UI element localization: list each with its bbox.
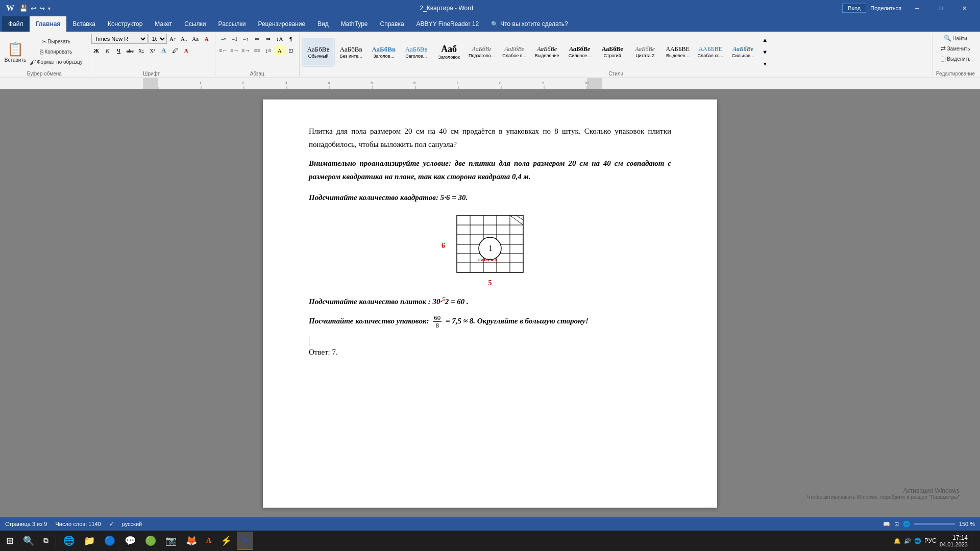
network-icon[interactable]: 🌐 [914,538,921,544]
find-button[interactable]: 🔍 Найти [942,34,969,43]
save-qat-btn[interactable]: 💾 [19,5,28,12]
tab-view[interactable]: Вид [311,16,335,32]
borders-button[interactable]: ⊡ [286,45,296,56]
replace-button[interactable]: ⇄ Заменить [939,44,972,53]
change-case-button[interactable]: Aa [190,34,201,44]
tab-search[interactable]: 🔍 Что вы хотите сделать? [485,16,574,32]
tab-mailings[interactable]: Рассылки [212,16,252,32]
font-size-select[interactable]: 10 [149,34,167,44]
decrease-indent-button[interactable]: ⇐ [252,34,262,44]
text-effects-button[interactable]: A [159,45,169,56]
restore-button[interactable]: □ [929,0,952,16]
style-heading2[interactable]: АаБбВв Заголов... [401,38,432,66]
zoom-level[interactable]: 150 % [959,521,975,527]
align-right-button[interactable]: ≡→ [241,45,251,56]
share-button[interactable]: Поделиться [870,5,901,11]
font-grow-button[interactable]: A↑ [168,34,178,44]
tab-layout[interactable]: Макет [149,16,178,32]
increase-indent-button[interactable]: ⇒ [263,34,274,44]
tab-file[interactable]: Файл [2,16,30,32]
numbering-button[interactable]: ≡1 [230,34,240,44]
undo-qat-btn[interactable]: ↩ [31,5,36,12]
bold-button[interactable]: Ж [91,45,102,56]
multilevel-button[interactable]: ≡↑ [241,34,251,44]
login-button[interactable]: Вход [842,4,866,13]
copy-button[interactable]: ⎘ Копировать [28,47,85,57]
style-subtle-emphasis[interactable]: АаБбВе Слабое в... [499,38,530,66]
underline-button[interactable]: Ч [114,45,124,56]
align-center-button[interactable]: ≡↔ [230,45,240,56]
show-formatting-button[interactable]: ¶ [286,34,296,44]
show-desktop-btn[interactable] [971,533,974,549]
clock[interactable]: 17:14 04.01.2023 [940,534,968,547]
language-indicator[interactable]: русский [122,521,142,527]
justify-button[interactable]: ≡≡ [252,45,262,56]
select-button[interactable]: ⬚ Выделить [938,54,972,63]
view-web-icon[interactable]: 🌐 [903,521,910,528]
close-button[interactable]: ✕ [952,0,976,16]
tab-design[interactable]: Конструктор [102,16,149,32]
minimize-button[interactable]: ─ [905,0,929,16]
view-read-icon[interactable]: 📖 [883,521,890,528]
app3-button[interactable]: 🔵 [100,532,119,550]
firefox-button[interactable]: 🦊 [182,532,201,550]
styles-more[interactable]: ▾ [760,59,770,69]
search-button[interactable]: 🔍 [19,532,38,550]
bullets-button[interactable]: ≡• [218,34,229,44]
style-intense-ref[interactable]: АаБбВе Слабая сс... [695,38,726,66]
shading-button[interactable]: A [275,45,285,56]
app4-button[interactable]: 💬 [120,532,140,550]
style-subtle-ref[interactable]: АаБбВе Выделен... [662,38,694,66]
sort-button[interactable]: ↕A [275,34,285,44]
spell-check-icon[interactable]: ✓ [109,521,114,528]
style-normal[interactable]: АаБбВв Обычный [303,38,334,66]
volume-icon[interactable]: 🔊 [904,538,911,544]
tab-help[interactable]: Справка [374,16,410,32]
font-name-select[interactable]: Times New R [91,34,148,44]
style-strong-emphasis[interactable]: АаБбВе Сильное... [564,38,596,66]
styles-scroll-up[interactable]: ▲ [760,35,770,45]
edge-button[interactable]: 🌐 [59,532,79,550]
line-spacing-button[interactable]: ↕≡ [263,45,274,56]
zoom-slider[interactable] [914,523,955,525]
style-strong[interactable]: АаБбВе Строгий [597,38,628,66]
font-color-button[interactable]: A [181,45,191,56]
strikethrough-button[interactable]: abc [125,45,135,56]
superscript-button[interactable]: X² [148,45,158,56]
start-button[interactable]: ⊞ [2,532,18,550]
font-shrink-button[interactable]: A↓ [179,34,189,44]
cut-button[interactable]: ✂ Вырезать [28,37,85,46]
tab-review[interactable]: Рецензирование [252,16,311,32]
app6-button[interactable]: 📷 [161,532,181,550]
app8-button[interactable]: A [202,532,215,550]
style-subtitle[interactable]: АаБбВг Подзаголо... [466,38,498,66]
align-left-button[interactable]: ≡← [218,45,229,56]
app5-button[interactable]: 🟢 [141,532,160,550]
style-book-title[interactable]: АаБбВе Сильная... [727,38,759,66]
style-quote[interactable]: АаБбВе Цитата 2 [629,38,661,66]
tab-references[interactable]: Ссылки [178,16,212,32]
notification-icon[interactable]: 🔔 [894,538,901,544]
tab-abbyy[interactable]: ABBYY FineReader 12 [410,16,485,32]
style-title[interactable]: Ааб Заголовок [433,38,465,66]
paste-button[interactable]: 📋 Вставить [4,38,27,66]
view-print-icon[interactable]: ⊡ [894,521,899,528]
taskview-button[interactable]: ⧉ [39,532,53,550]
italic-button[interactable]: К [103,45,113,56]
word-taskbar-button[interactable]: W [237,532,253,550]
tab-mathtype[interactable]: MathType [335,16,374,32]
explorer-button[interactable]: 📁 [80,532,99,550]
styles-scroll-down[interactable]: ▼ [760,47,770,57]
subscript-button[interactable]: X₂ [136,45,146,56]
highlight-color-button[interactable]: 🖊 [170,45,180,56]
style-emphasis[interactable]: АаБбВе Выделение [531,38,563,66]
app9-button[interactable]: ⚡ [216,532,236,550]
format-painter-button[interactable]: 🖌 Формат по образцу [28,58,85,67]
lang-indicator[interactable]: РУС [924,537,937,544]
tab-insert[interactable]: Вставка [66,16,102,32]
tab-home[interactable]: Главная [30,16,67,32]
style-no-spacing[interactable]: АаБбВв Без инте... [335,38,367,66]
clear-format-button[interactable]: A [202,34,212,44]
style-heading1[interactable]: АаБбВв Заголов... [368,38,400,66]
redo-qat-btn[interactable]: ↪ [39,5,45,12]
